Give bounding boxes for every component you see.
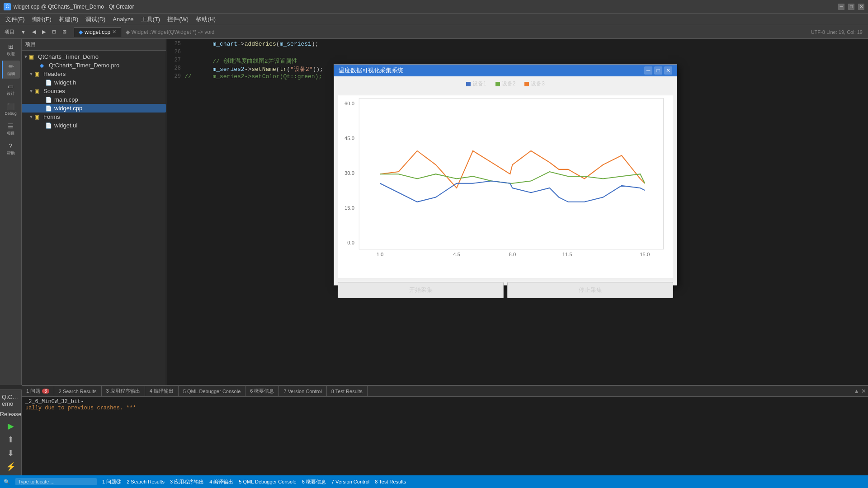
- status-qml[interactable]: 5 QML Debugger Console: [239, 479, 296, 484]
- menu-edit[interactable]: 编辑(E): [28, 14, 55, 24]
- menu-file[interactable]: 文件(F): [2, 14, 28, 24]
- line-content: [184, 49, 868, 56]
- welcome-icon: ⊞: [8, 43, 14, 50]
- project-panel: 项目 ▼ ▣ QtCharts_Timer_Demo ◆ QtCharts_Ti…: [22, 39, 166, 385]
- tab-label: widget.cpp: [85, 29, 110, 35]
- build-mode-text: Release: [0, 411, 21, 418]
- status-compile[interactable]: 4 编译输出: [209, 479, 233, 485]
- menu-debug[interactable]: 调试(D): [82, 14, 109, 24]
- tree-item-main-cpp[interactable]: 📄 main.cpp: [22, 95, 166, 104]
- sidebar-item-welcome[interactable]: ⊞ 欢迎: [2, 41, 20, 59]
- float-minimize-button[interactable]: ─: [644, 66, 652, 75]
- tree-item-widget-h[interactable]: 📄 widget.h: [22, 78, 166, 87]
- status-test[interactable]: 8 Test Results: [375, 479, 406, 484]
- status-search[interactable]: 2 Search Results: [127, 479, 165, 484]
- deploy-icon: ⚡: [6, 462, 16, 472]
- editor-area: 25 m_chart->addSeries(m_series1); 26 27 …: [166, 39, 868, 385]
- tree-item-sources[interactable]: ▼ ▣ Sources: [22, 87, 166, 95]
- output-line-1: _2_6_MinGW_32_bit-: [25, 399, 864, 405]
- headers-folder-icon: ▣: [34, 71, 42, 77]
- tree-item-widget-cpp[interactable]: 📄 widget.cpp: [22, 104, 166, 113]
- svg-text:4.5: 4.5: [453, 252, 460, 257]
- float-close-button[interactable]: ✕: [664, 66, 672, 75]
- start-collect-button[interactable]: 开始采集: [338, 282, 504, 298]
- menu-help[interactable]: 帮助(H): [192, 14, 219, 24]
- sidebar-item-help[interactable]: ? 帮助: [2, 140, 20, 158]
- output-tab-general[interactable]: 6 概要信息: [245, 386, 279, 396]
- float-buttons: 开始采集 停止采集: [338, 282, 673, 298]
- tab-file-icon: ◆: [79, 29, 83, 35]
- sidebar-item-debug[interactable]: ⬛ Debug: [2, 100, 20, 118]
- ui-file-icon: 📄: [45, 122, 52, 129]
- help-label: 帮助: [7, 150, 15, 156]
- build-button[interactable]: ⬆: [5, 433, 16, 446]
- status-general[interactable]: 6 概要信息: [302, 479, 326, 485]
- svg-text:30.0: 30.0: [344, 170, 354, 176]
- chart-legend: 设备1 设备2 设备3: [334, 76, 677, 91]
- menu-analyze[interactable]: Analyze: [109, 15, 137, 23]
- debug-run-button[interactable]: ⬇: [5, 446, 16, 460]
- status-problems[interactable]: 1 问题③: [102, 479, 121, 485]
- output-close-icon[interactable]: ✕: [861, 388, 866, 394]
- maximize-button[interactable]: □: [848, 4, 854, 10]
- status-bar: 🔍 1 问题③ 2 Search Results 3 应用程序输出 4 编译输出…: [0, 475, 868, 488]
- legend-dot-2: [495, 82, 500, 86]
- tab-area: ◆ widget.cpp ✕: [74, 27, 121, 37]
- sidebar-item-projects[interactable]: ☰ 项目: [2, 120, 20, 138]
- close-button[interactable]: ✕: [858, 4, 864, 10]
- search-icon: 🔍: [4, 479, 10, 485]
- tree-item-widget-cpp-label: widget.cpp: [54, 105, 82, 112]
- toolbar-split[interactable]: ⊟: [49, 28, 59, 36]
- float-maximize-button[interactable]: □: [654, 66, 662, 75]
- tree-item-pro[interactable]: ◆ QtCharts_Timer_Demo.pro: [22, 61, 166, 70]
- output-tab-app[interactable]: 3 应用程序输出: [102, 386, 145, 396]
- design-label: 设计: [7, 91, 15, 97]
- tree-item-main-cpp-label: main.cpp: [54, 96, 78, 103]
- arrow-icon: ▼: [24, 54, 29, 59]
- build-app-label: QtC…emo: [0, 392, 21, 409]
- minimize-button[interactable]: ─: [838, 4, 844, 10]
- output-tab-search[interactable]: 2 Search Results: [54, 386, 102, 396]
- output-tab-test[interactable]: 8 Test Results: [327, 386, 368, 396]
- toolbar-nav-back[interactable]: ◀: [29, 28, 38, 36]
- line-number: 25: [166, 41, 184, 47]
- menu-controls[interactable]: 控件(W): [164, 14, 192, 24]
- tree-item-forms[interactable]: ▼ ▣ Forms: [22, 113, 166, 121]
- project-tree: ▼ ▣ QtCharts_Timer_Demo ◆ QtCharts_Timer…: [22, 51, 166, 385]
- output-tab-qml[interactable]: 5 QML Debugger Console: [179, 386, 245, 396]
- build-mode-label[interactable]: Release: [0, 409, 23, 419]
- window-controls: ─ □ ✕: [838, 4, 864, 10]
- search-input[interactable]: [15, 478, 97, 485]
- sidebar-item-design[interactable]: ▭ 设计: [2, 80, 20, 99]
- status-app-output[interactable]: 3 应用程序输出: [170, 479, 204, 485]
- editor-tab-widget-cpp[interactable]: ◆ widget.cpp ✕: [74, 27, 121, 37]
- tree-item-root[interactable]: ▼ ▣ QtCharts_Timer_Demo: [22, 52, 166, 61]
- output-expand-icon[interactable]: ▲: [854, 388, 859, 394]
- toolbar-dropdown[interactable]: ▼: [18, 28, 28, 36]
- output-tab-vcs[interactable]: 7 Version Control: [279, 386, 326, 396]
- tree-item-headers[interactable]: ▼ ▣ Headers: [22, 70, 166, 78]
- code-line-25: 25 m_chart->addSeries(m_series1);: [166, 41, 868, 49]
- stop-collect-button[interactable]: 停止采集: [507, 282, 673, 298]
- svg-text:60.0: 60.0: [344, 101, 354, 106]
- build-target: QtC…emo Release ▶ ⬆ ⬇ ⚡: [0, 389, 22, 475]
- legend-label-2: 设备2: [502, 80, 516, 88]
- output-tab-problems[interactable]: 1 问题 3: [22, 386, 54, 396]
- deploy-button[interactable]: ⚡: [4, 460, 18, 474]
- editor-position: UTF-8 Line: 19, Col: 19: [811, 29, 866, 35]
- tab-label: 1 问题: [26, 388, 40, 394]
- menu-build[interactable]: 构建(B): [55, 14, 82, 24]
- line-number: 28: [166, 65, 184, 71]
- svg-text:15.0: 15.0: [640, 252, 650, 257]
- tree-item-widget-ui[interactable]: 📄 widget.ui: [22, 121, 166, 130]
- sidebar-item-edit[interactable]: ✏ 编辑: [2, 61, 20, 79]
- cpp-file-icon-2: 📄: [45, 105, 52, 112]
- output-tab-compile[interactable]: 4 编译输出: [145, 386, 179, 396]
- status-vcs[interactable]: 7 Version Control: [331, 479, 369, 484]
- menu-tools[interactable]: 工具(T): [137, 14, 164, 24]
- toolbar-close-all[interactable]: ⊠: [60, 28, 69, 36]
- run-button[interactable]: ▶: [6, 419, 16, 433]
- svg-text:11.5: 11.5: [562, 252, 572, 257]
- tab-close-icon[interactable]: ✕: [112, 29, 116, 35]
- toolbar-nav-fwd[interactable]: ▶: [39, 28, 48, 36]
